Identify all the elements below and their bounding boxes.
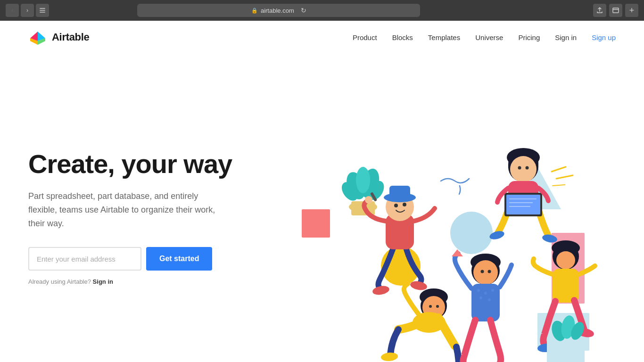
svg-point-51 bbox=[429, 305, 432, 308]
nav-item-universe[interactable]: Universe bbox=[475, 33, 503, 41]
back-button[interactable]: ‹ bbox=[6, 4, 19, 17]
svg-point-39 bbox=[526, 166, 529, 170]
nav-links: Product Blocks Templates Universe Pricin… bbox=[353, 33, 616, 41]
forward-button[interactable]: › bbox=[21, 4, 34, 17]
hero-svg bbox=[273, 73, 603, 362]
svg-rect-62 bbox=[471, 284, 500, 321]
svg-point-74 bbox=[556, 251, 575, 269]
svg-point-55 bbox=[380, 352, 398, 362]
svg-rect-0 bbox=[40, 8, 45, 9]
nav-item-pricing[interactable]: Pricing bbox=[518, 33, 540, 41]
url-text: airtable.com bbox=[261, 7, 294, 14]
nav-item-templates[interactable]: Templates bbox=[428, 33, 460, 41]
nav-signup[interactable]: Sign up bbox=[592, 33, 616, 41]
sidebar-button[interactable] bbox=[36, 4, 49, 17]
svg-point-63 bbox=[477, 289, 480, 292]
svg-rect-1 bbox=[40, 10, 45, 11]
logo-text: Airtable bbox=[52, 31, 90, 43]
svg-point-61 bbox=[488, 270, 491, 273]
nav-item-blocks[interactable]: Blocks bbox=[392, 33, 413, 41]
lock-icon: 🔒 bbox=[251, 8, 258, 14]
hero-form: Get started bbox=[28, 247, 273, 271]
svg-point-67 bbox=[488, 298, 491, 301]
svg-point-52 bbox=[436, 305, 439, 308]
svg-point-64 bbox=[484, 292, 487, 295]
svg-rect-3 bbox=[613, 8, 619, 13]
svg-line-84 bbox=[552, 167, 566, 172]
browser-nav: ‹ › bbox=[6, 4, 49, 17]
nav-item-product[interactable]: Product bbox=[353, 33, 377, 41]
svg-point-59 bbox=[473, 260, 498, 285]
window-button[interactable] bbox=[609, 4, 622, 17]
svg-rect-9 bbox=[302, 209, 330, 238]
hero-left: Create, your way Part spreadsheet, part … bbox=[28, 149, 273, 286]
signin-link[interactable]: Sign in bbox=[93, 278, 113, 285]
svg-line-85 bbox=[556, 175, 573, 179]
svg-rect-29 bbox=[389, 186, 410, 199]
hero-illustration bbox=[273, 73, 616, 362]
browser-chrome: ‹ › 🔒 airtable.com ↻ + bbox=[0, 0, 644, 21]
svg-point-37 bbox=[510, 156, 537, 182]
reload-button[interactable]: ↻ bbox=[301, 7, 306, 14]
svg-point-18 bbox=[356, 167, 370, 193]
get-started-button[interactable]: Get started bbox=[146, 247, 212, 271]
plus-button[interactable]: + bbox=[625, 4, 638, 17]
logo-icon bbox=[28, 28, 47, 47]
nav-signin[interactable]: Sign in bbox=[555, 33, 577, 41]
address-bar[interactable]: 🔒 airtable.com ↻ bbox=[137, 4, 420, 17]
website: Airtable Product Blocks Templates Univer… bbox=[0, 21, 644, 362]
svg-point-66 bbox=[479, 296, 482, 299]
svg-rect-2 bbox=[40, 12, 45, 13]
svg-line-86 bbox=[553, 185, 565, 186]
svg-rect-42 bbox=[506, 195, 540, 214]
browser-actions: + bbox=[593, 4, 638, 17]
hero-title: Create, your way bbox=[28, 149, 273, 179]
svg-rect-80 bbox=[547, 337, 585, 362]
email-input[interactable] bbox=[28, 247, 141, 271]
svg-point-30 bbox=[394, 204, 398, 207]
svg-point-10 bbox=[450, 212, 493, 254]
svg-point-22 bbox=[372, 285, 390, 296]
share-button[interactable] bbox=[593, 4, 606, 17]
svg-point-60 bbox=[481, 270, 484, 273]
already-text: Already using Airtable? Sign in bbox=[28, 278, 273, 285]
svg-point-38 bbox=[518, 166, 521, 170]
svg-point-31 bbox=[403, 203, 406, 206]
navbar: Airtable Product Blocks Templates Univer… bbox=[0, 21, 644, 54]
hero-section: Create, your way Part spreadsheet, part … bbox=[0, 54, 644, 362]
hero-subtitle: Part spreadsheet, part database, and ent… bbox=[28, 189, 226, 230]
svg-point-25 bbox=[365, 196, 372, 204]
logo[interactable]: Airtable bbox=[28, 28, 90, 47]
svg-point-65 bbox=[491, 289, 494, 292]
